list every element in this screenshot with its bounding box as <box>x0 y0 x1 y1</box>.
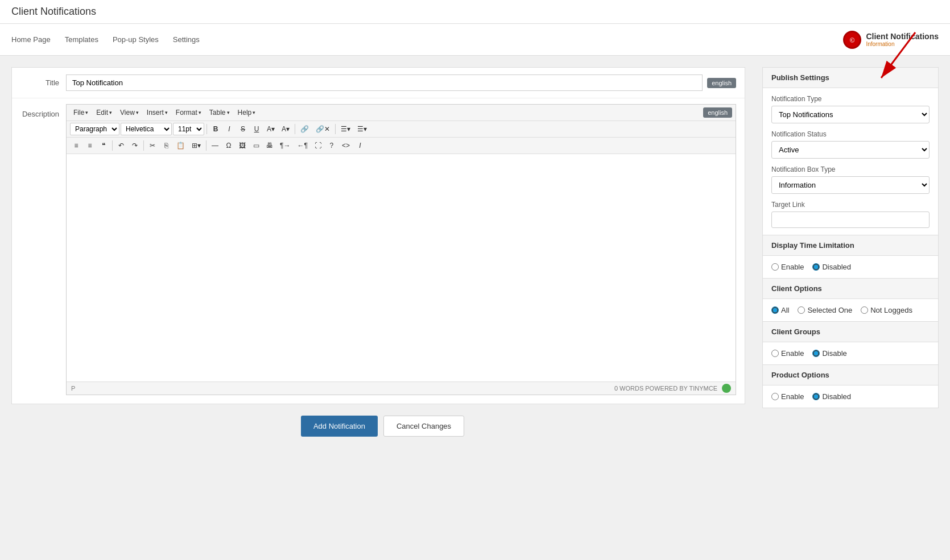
insert-table-button[interactable]: ⊞▾ <box>189 139 204 152</box>
menu-format[interactable]: Format ▾ <box>172 107 205 118</box>
product-options-radio-group: Enable Disabled <box>771 392 930 401</box>
publish-settings-header: Publish Settings <box>763 68 938 88</box>
link-button[interactable]: 🔗 <box>298 123 312 135</box>
menu-view[interactable]: View ▾ <box>117 107 142 118</box>
display-time-header: Display Time Limitation <box>763 235 938 256</box>
fullscreen-button[interactable]: ⛶ <box>312 139 324 152</box>
copy-button[interactable]: ⎘ <box>160 139 172 152</box>
italic-button[interactable]: I <box>223 123 236 135</box>
notification-type-label: Notification Type <box>771 95 930 103</box>
editor-container: File ▾ Edit ▾ View ▾ Insert ▾ Format ▾ T… <box>66 104 736 395</box>
display-time-section: Display Time Limitation Enable Disabled <box>762 235 939 279</box>
menu-file[interactable]: File ▾ <box>70 107 92 118</box>
client-groups-disable-radio[interactable] <box>812 350 820 357</box>
nav-home-page[interactable]: Home Page <box>11 28 51 51</box>
hr-button[interactable]: — <box>209 139 221 152</box>
product-options-disabled-radio[interactable] <box>812 393 820 400</box>
status-path: P <box>71 385 75 392</box>
nav-templates[interactable]: Templates <box>65 28 98 51</box>
display-time-enable-label: Enable <box>781 263 804 271</box>
target-link-input[interactable] <box>771 211 930 228</box>
paragraph-select[interactable]: Paragraph Heading 1 Heading 2 <box>70 123 119 135</box>
client-not-loggeds-radio[interactable] <box>861 306 868 314</box>
client-all-radio[interactable] <box>771 306 779 314</box>
main-layout: Title english Description File ▾ Edit ▾ … <box>0 56 950 559</box>
size-select[interactable]: 11pt 12pt 14pt <box>173 123 204 135</box>
media-button[interactable]: ▭ <box>250 139 262 152</box>
action-buttons: Add Notification Cancel Changes <box>11 404 754 448</box>
bullet-list-button[interactable]: ☰▾ <box>338 123 353 135</box>
resize-handle[interactable] <box>722 384 731 393</box>
menu-table[interactable]: Table ▾ <box>206 107 233 118</box>
client-not-loggeds-option[interactable]: Not Loggeds <box>861 306 912 314</box>
client-all-option[interactable]: All <box>771 306 789 314</box>
paste-button[interactable]: 📋 <box>174 139 188 152</box>
ltr-button[interactable]: ¶→ <box>277 139 293 152</box>
editor-menubar: File ▾ Edit ▾ View ▾ Insert ▾ Format ▾ T… <box>67 105 736 121</box>
client-groups-section: Client Groups Enable Disable <box>762 322 939 365</box>
toolbar-divider-4 <box>112 140 113 151</box>
product-options-disabled-option[interactable]: Disabled <box>812 392 851 401</box>
title-lang-badge[interactable]: english <box>707 78 736 88</box>
undo-button[interactable]: ↶ <box>115 139 127 152</box>
editor-body[interactable] <box>67 154 736 381</box>
special-char-button[interactable]: Ω <box>222 139 235 152</box>
display-time-radio-group: Enable Disabled <box>771 263 930 271</box>
text-color-button[interactable]: A▾ <box>264 123 278 135</box>
notification-box-type-group: Notification Box Type Information Succes… <box>771 165 930 194</box>
client-all-label: All <box>781 306 789 314</box>
client-groups-enable-radio[interactable] <box>771 350 779 357</box>
client-selected-one-radio[interactable] <box>798 306 805 314</box>
notification-box-type-select[interactable]: Information Success Warning Error <box>771 176 930 194</box>
unlink-button[interactable]: 🔗✕ <box>313 123 333 135</box>
font-select[interactable]: Helvetica Arial Times New Roman <box>121 123 172 135</box>
menu-edit[interactable]: Edit ▾ <box>93 107 115 118</box>
align-left-button[interactable]: ≡ <box>70 139 82 152</box>
display-time-enable-radio[interactable] <box>771 263 779 271</box>
top-nav: Home Page Templates Pop-up Styles Settin… <box>0 24 950 56</box>
numbered-list-button[interactable]: ☰▾ <box>354 123 370 135</box>
client-groups-disable-option[interactable]: Disable <box>812 349 846 358</box>
cancel-changes-button[interactable]: Cancel Changes <box>383 416 464 437</box>
align-center-button[interactable]: ≡ <box>84 139 96 152</box>
blockquote-button[interactable]: ❝ <box>97 139 110 152</box>
nav-popup-styles[interactable]: Pop-up Styles <box>113 28 159 51</box>
product-options-body: Enable Disabled <box>763 385 938 408</box>
display-time-disabled-option[interactable]: Disabled <box>812 263 851 271</box>
client-groups-enable-option[interactable]: Enable <box>771 349 804 358</box>
bold-button[interactable]: B <box>209 123 222 135</box>
underline-button[interactable]: U <box>250 123 263 135</box>
redo-button[interactable]: ↷ <box>129 139 141 152</box>
toolbar-divider-1 <box>206 124 207 134</box>
product-options-enable-radio[interactable] <box>771 393 779 400</box>
notification-type-group: Notification Type Top Notifications Bott… <box>771 95 930 123</box>
menu-help[interactable]: Help ▾ <box>234 107 259 118</box>
strikethrough-button[interactable]: S <box>237 123 249 135</box>
source-button[interactable]: <> <box>339 139 353 152</box>
display-time-disabled-radio[interactable] <box>812 263 820 271</box>
product-options-enable-option[interactable]: Enable <box>771 392 804 401</box>
italic2-button[interactable]: I <box>354 139 366 152</box>
help-btn[interactable]: ? <box>325 139 338 152</box>
client-selected-one-option[interactable]: Selected One <box>798 306 852 314</box>
image-button[interactable]: 🖼 <box>236 139 249 152</box>
notification-type-select[interactable]: Top Notifications Bottom Notifications P… <box>771 106 930 123</box>
display-time-enable-option[interactable]: Enable <box>771 263 804 271</box>
cut-button[interactable]: ✂ <box>146 139 159 152</box>
editor-statusbar: P 0 WORDS POWERED BY TINYMCE <box>67 381 736 395</box>
product-options-section: Product Options Enable Disabled <box>762 365 939 408</box>
add-notification-button[interactable]: Add Notification <box>301 416 378 437</box>
editor-toolbar-2: ≡ ≡ ❝ ↶ ↷ ✂ ⎘ 📋 ⊞▾ — Ω 🖼 <box>67 138 736 154</box>
nav-links: Home Page Templates Pop-up Styles Settin… <box>11 28 200 51</box>
menu-insert[interactable]: Insert ▾ <box>143 107 171 118</box>
nav-settings[interactable]: Settings <box>173 28 200 51</box>
title-input[interactable] <box>66 74 703 91</box>
rtl-button[interactable]: ←¶ <box>294 139 310 152</box>
highlight-button[interactable]: A▾ <box>279 123 292 135</box>
display-time-body: Enable Disabled <box>763 256 938 278</box>
left-wrapper: Title english Description File ▾ Edit ▾ … <box>11 67 754 547</box>
editor-lang-badge[interactable]: english <box>703 107 732 118</box>
client-groups-radio-group: Enable Disable <box>771 349 930 358</box>
notification-status-select[interactable]: Active Inactive Draft <box>771 141 930 159</box>
print-button[interactable]: 🖶 <box>263 139 276 152</box>
